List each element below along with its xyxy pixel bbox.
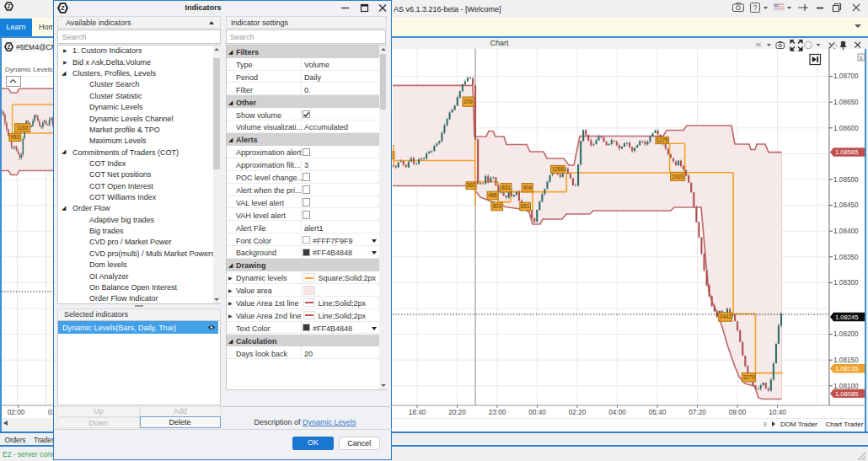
svg-text:05:40: 05:40: [649, 409, 667, 416]
svg-text:1163: 1163: [17, 125, 29, 131]
svg-text:3279: 3279: [742, 374, 755, 380]
svg-text:23:00: 23:00: [489, 409, 506, 416]
svg-text:1.08400: 1.08400: [833, 228, 859, 235]
svg-text:00:40: 00:40: [528, 409, 546, 416]
svg-text:1.08100: 1.08100: [833, 383, 859, 390]
svg-text:2442: 2442: [720, 314, 732, 319]
svg-text:503: 503: [492, 203, 501, 209]
svg-text:10:40: 10:40: [769, 409, 786, 416]
svg-text:04:00: 04:00: [608, 409, 626, 416]
svg-text:18:40: 18:40: [409, 409, 426, 416]
svg-text:1.08150: 1.08150: [833, 356, 859, 364]
svg-text:1268: 1268: [552, 166, 565, 172]
svg-text:1.08245: 1.08245: [835, 314, 858, 321]
svg-text:20:20: 20:20: [448, 409, 466, 416]
svg-text:1.08350: 1.08350: [833, 254, 859, 261]
svg-text:1.08650: 1.08650: [833, 99, 859, 106]
svg-text:209: 209: [463, 99, 473, 105]
svg-text:02:00: 02:00: [8, 409, 25, 416]
svg-text:1.08300: 1.08300: [833, 279, 859, 287]
svg-text:466: 466: [488, 192, 497, 198]
svg-text:831: 831: [501, 185, 511, 190]
svg-text:1.08200: 1.08200: [833, 330, 859, 338]
svg-text:851: 851: [521, 203, 530, 209]
svg-text:1275: 1275: [656, 137, 669, 143]
svg-text:S: S: [860, 56, 863, 61]
svg-text:904: 904: [522, 185, 532, 190]
svg-text:02:20: 02:20: [569, 409, 587, 416]
svg-text:1.08600: 1.08600: [833, 125, 859, 132]
svg-text:1.08565: 1.08565: [835, 148, 858, 156]
svg-text:392: 392: [467, 182, 476, 188]
svg-text:953: 953: [11, 134, 20, 140]
svg-text:1.08700: 1.08700: [833, 72, 859, 80]
svg-text:09:00: 09:00: [729, 409, 747, 416]
svg-text:1.08450: 1.08450: [833, 201, 859, 209]
svg-text:Z: Z: [61, 4, 65, 12]
svg-text:1.08085: 1.08085: [835, 390, 858, 398]
svg-text:1.08135: 1.08135: [835, 365, 858, 373]
svg-text:1.08500: 1.08500: [833, 176, 859, 184]
svg-text:1920: 1920: [672, 174, 684, 180]
svg-text:07:20: 07:20: [689, 409, 706, 416]
